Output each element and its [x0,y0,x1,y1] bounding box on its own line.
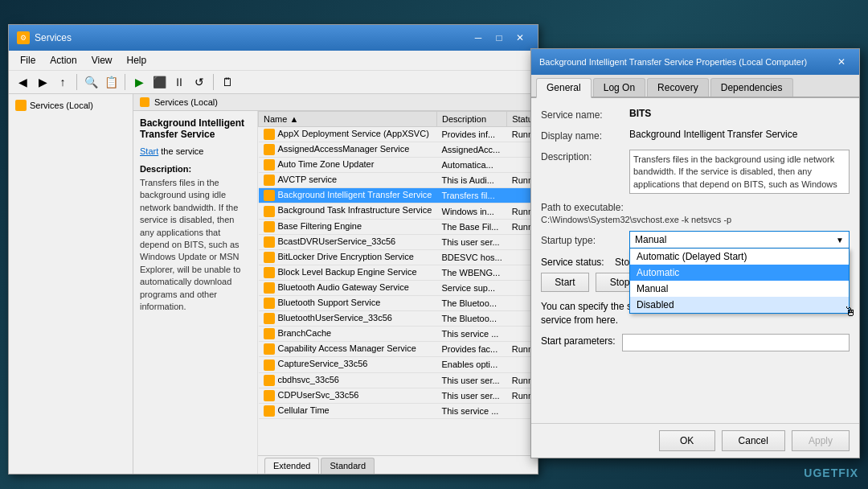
apply-button[interactable]: Apply [792,430,850,451]
row-desc-cell: AssignedAcc... [437,142,507,158]
nav-item-services-local-top[interactable]: Services (Local) [12,97,129,113]
menu-view[interactable]: View [85,52,119,68]
row-desc-cell: This service ... [437,327,507,342]
service-icon [264,252,275,263]
toolbar-copy[interactable]: 📋 [102,73,120,91]
table-row[interactable]: Capability Access Manager ServiceProvide… [259,342,538,357]
row-desc-cell: The WBENG... [437,265,507,280]
table-area[interactable]: Name ▲ Description Status AppX Deploymen… [258,111,538,455]
table-row[interactable]: Auto Time Zone UpdaterAutomatica... [259,158,538,173]
row-desc-cell: Provides inf... [437,127,507,142]
table-row[interactable]: AVCTP serviceThis is Audi...Runnin [259,173,538,188]
menu-help[interactable]: Help [121,52,154,68]
close-button[interactable]: ✕ [510,30,530,46]
table-row[interactable]: BitLocker Drive Encryption ServiceBDESVC… [259,249,538,265]
table-row[interactable]: Background Intelligent Transfer ServiceT… [259,188,538,203]
field-path-label: Path to executable: [541,202,850,213]
toolbar-restart[interactable]: ↺ [190,73,208,91]
col-name[interactable]: Name ▲ [259,112,437,127]
row-desc-cell: Provides fac... [437,342,507,357]
left-nav-panel: Services (Local) [9,94,133,474]
table-container: Name ▲ Description Status AppX Deploymen… [258,111,538,474]
row-name-cell: cbdhsvc_33c56 [259,372,437,388]
services-window-icon: ⚙ [17,31,30,44]
service-icon [264,390,275,401]
startup-select-display[interactable]: Manual ▼ [629,231,850,249]
toolbar-play[interactable]: ▶ [130,73,148,91]
bottom-tabs: Extended Standard [258,455,538,474]
toolbar-stop2[interactable]: ⬛ [150,73,168,91]
tab-dependencies[interactable]: Dependencies [710,78,793,97]
field-path-value: C:\Windows\System32\svchost.exe -k netsv… [541,215,850,224]
table-row[interactable]: CaptureService_33c56Enables opti... [259,357,538,372]
row-name-cell: AssignedAccessManager Service [259,142,437,158]
minimize-button[interactable]: ─ [469,30,488,46]
field-description: Description: Transfers files in the back… [541,150,850,194]
field-path: Path to executable: C:\Windows\System32\… [541,202,850,224]
dropdown-opt-delayed[interactable]: Automatic (Delayed Start) [630,249,849,265]
start-params-input[interactable] [622,334,850,351]
toolbar-up[interactable]: ↑ [54,73,72,91]
dropdown-opt-disabled[interactable]: Disabled 🖱 [630,297,849,313]
row-desc-cell: This user ser... [437,234,507,249]
row-desc-cell: This service ... [437,403,507,418]
service-icon [264,405,275,417]
table-row[interactable]: AssignedAccessManager ServiceAssignedAcc… [259,142,538,158]
maximize-button[interactable]: □ [489,30,509,46]
info-action-suffix: the service [158,146,203,156]
table-row[interactable]: Base Filtering EngineThe Base Fil...Runn… [259,219,538,234]
row-name-cell: Bluetooth Audio Gateway Service [259,280,437,295]
table-row[interactable]: BluetoothUserService_33c56The Bluetoo... [259,311,538,327]
service-icon [264,343,275,355]
startup-dropdown[interactable]: Automatic (Delayed Start) Automatic Manu… [629,249,850,314]
row-name-cell: BluetoothUserService_33c56 [259,311,437,327]
cancel-button[interactable]: Cancel [722,430,785,451]
table-row[interactable]: BcastDVRUserService_33c56This user ser..… [259,234,538,249]
service-icon [264,206,275,217]
table-row[interactable]: Cellular TimeThis service ... [259,403,538,418]
table-row[interactable]: Background Task Infrastructure ServiceWi… [259,203,538,219]
properties-window: Background Intelligent Transfer Service … [530,48,860,458]
titlebar-left: ⚙ Services [17,31,72,44]
toolbar-pause2[interactable]: ⏸ [170,73,188,91]
table-row[interactable]: AppX Deployment Service (AppXSVC)Provide… [259,127,538,142]
toolbar-sep-2 [125,74,125,90]
menu-action[interactable]: Action [43,52,83,68]
tab-recovery[interactable]: Recovery [647,78,709,97]
table-row[interactable]: BranchCacheThis service ... [259,327,538,342]
toolbar-search[interactable]: 🔍 [82,73,100,91]
props-close-button[interactable]: ✕ [832,54,851,70]
menu-file[interactable]: File [14,52,42,68]
start-button[interactable]: Start [541,273,589,292]
table-row[interactable]: Bluetooth Support ServiceThe Bluetoo... [259,296,538,311]
main-panel: Services (Local) Background Intelligent … [133,94,538,474]
service-icon [264,313,275,324]
field-service-name-value: BITS [629,108,850,119]
table-row[interactable]: Bluetooth Audio Gateway ServiceService s… [259,280,538,295]
field-display-name: Display name: Background Intelligent Tra… [541,129,850,142]
nav-label-1: Services (Local) [30,101,93,110]
table-row[interactable]: cbdhsvc_33c56This user ser...Runnin [259,372,538,388]
props-tabs: General Log On Recovery Dependencies [531,75,859,98]
tab-logon[interactable]: Log On [593,78,645,97]
toolbar-back[interactable]: ◀ [14,73,31,91]
ok-button[interactable]: OK [659,430,715,451]
row-name-cell: Auto Time Zone Updater [259,158,437,173]
row-desc-cell: The Base Fil... [437,219,507,234]
toolbar-forward[interactable]: ▶ [34,73,51,91]
row-desc-cell: Service sup... [437,280,507,295]
table-row[interactable]: Block Level Backup Engine ServiceThe WBE… [259,265,538,280]
toolbar-sep-1 [76,74,77,90]
info-action-link[interactable]: Start [140,146,158,156]
tab-standard[interactable]: Standard [321,458,375,474]
tab-general[interactable]: General [536,78,592,98]
field-startup: Startup type: Manual ▼ Automatic (Delaye… [541,231,850,249]
service-icon [264,236,275,248]
dropdown-opt-manual[interactable]: Manual [630,281,849,297]
field-service-name: Service name: BITS [541,108,850,121]
toolbar-props[interactable]: 🗒 [219,73,236,91]
table-row[interactable]: CDPUserSvc_33c56This user ser...Runnin [259,388,538,403]
dropdown-opt-automatic[interactable]: Automatic [630,265,849,281]
col-description[interactable]: Description [437,112,507,127]
tab-extended[interactable]: Extended [264,458,319,474]
